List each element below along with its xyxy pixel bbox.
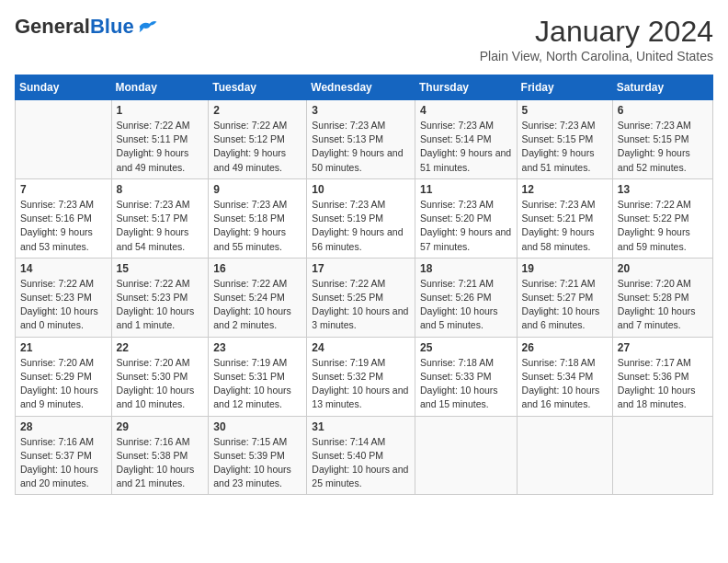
day-info: Sunrise: 7:21 AMSunset: 5:27 PMDaylight:… [522,277,608,333]
calendar-day-cell: 1Sunrise: 7:22 AMSunset: 5:11 PMDaylight… [111,100,209,179]
day-info: Sunrise: 7:19 AMSunset: 5:32 PMDaylight:… [312,356,410,412]
weekday-header-tuesday: Tuesday [209,75,307,100]
day-number: 1 [117,104,204,117]
weekday-header-wednesday: Wednesday [307,75,415,100]
day-number: 27 [618,341,708,354]
day-info: Sunrise: 7:23 AMSunset: 5:15 PMDaylight:… [522,119,608,175]
day-info: Sunrise: 7:23 AMSunset: 5:15 PMDaylight:… [618,119,708,175]
day-number: 3 [312,104,410,117]
calendar-week-row: 14Sunrise: 7:22 AMSunset: 5:23 PMDayligh… [16,258,713,337]
calendar-day-cell: 6Sunrise: 7:23 AMSunset: 5:15 PMDaylight… [612,100,712,179]
weekday-header-friday: Friday [517,75,612,100]
day-info: Sunrise: 7:15 AMSunset: 5:39 PMDaylight:… [213,435,301,491]
calendar-day-cell: 21Sunrise: 7:20 AMSunset: 5:29 PMDayligh… [16,337,112,416]
calendar-day-cell: 4Sunrise: 7:23 AMSunset: 5:14 PMDaylight… [415,100,517,179]
day-info: Sunrise: 7:14 AMSunset: 5:40 PMDaylight:… [312,435,410,491]
calendar-day-cell: 23Sunrise: 7:19 AMSunset: 5:31 PMDayligh… [209,337,307,416]
day-number: 24 [312,341,410,354]
day-info: Sunrise: 7:21 AMSunset: 5:26 PMDaylight:… [420,277,512,333]
day-info: Sunrise: 7:16 AMSunset: 5:37 PMDaylight:… [20,435,107,491]
calendar-day-cell: 20Sunrise: 7:20 AMSunset: 5:28 PMDayligh… [612,258,712,337]
calendar-day-cell: 26Sunrise: 7:18 AMSunset: 5:34 PMDayligh… [517,337,612,416]
day-info: Sunrise: 7:16 AMSunset: 5:38 PMDaylight:… [117,435,204,491]
logo-general: GeneralBlue [15,15,134,39]
day-number: 25 [420,341,512,354]
day-info: Sunrise: 7:20 AMSunset: 5:30 PMDaylight:… [117,356,204,412]
calendar-day-cell [16,100,112,179]
calendar-day-cell: 10Sunrise: 7:23 AMSunset: 5:19 PMDayligh… [307,178,415,258]
day-number: 30 [213,420,301,433]
calendar-day-cell: 8Sunrise: 7:23 AMSunset: 5:17 PMDaylight… [111,178,209,258]
day-info: Sunrise: 7:23 AMSunset: 5:16 PMDaylight:… [20,198,107,254]
day-info: Sunrise: 7:20 AMSunset: 5:29 PMDaylight:… [20,356,107,412]
header: GeneralBlue January 2024 Plain View, Nor… [15,15,713,63]
calendar-day-cell: 30Sunrise: 7:15 AMSunset: 5:39 PMDayligh… [209,416,307,495]
calendar-table: SundayMondayTuesdayWednesdayThursdayFrid… [15,75,713,495]
calendar-day-cell: 5Sunrise: 7:23 AMSunset: 5:15 PMDaylight… [517,100,612,179]
day-number: 5 [522,104,608,117]
day-number: 12 [522,183,608,196]
day-number: 23 [213,341,301,354]
weekday-header-monday: Monday [111,75,209,100]
day-info: Sunrise: 7:23 AMSunset: 5:19 PMDaylight:… [312,198,410,254]
calendar-day-cell: 18Sunrise: 7:21 AMSunset: 5:26 PMDayligh… [415,258,517,337]
calendar-day-cell: 14Sunrise: 7:22 AMSunset: 5:23 PMDayligh… [16,258,112,337]
day-info: Sunrise: 7:22 AMSunset: 5:23 PMDaylight:… [117,277,204,333]
weekday-header-saturday: Saturday [612,75,712,100]
day-info: Sunrise: 7:18 AMSunset: 5:34 PMDaylight:… [522,356,608,412]
day-info: Sunrise: 7:22 AMSunset: 5:11 PMDaylight:… [117,119,204,175]
day-info: Sunrise: 7:22 AMSunset: 5:12 PMDaylight:… [213,119,301,175]
day-info: Sunrise: 7:22 AMSunset: 5:23 PMDaylight:… [20,277,107,333]
day-number: 16 [213,262,301,275]
day-info: Sunrise: 7:23 AMSunset: 5:20 PMDaylight:… [420,198,512,254]
day-number: 2 [213,104,301,117]
day-number: 9 [213,183,301,196]
logo: GeneralBlue [15,15,158,39]
day-info: Sunrise: 7:22 AMSunset: 5:24 PMDaylight:… [213,277,301,333]
calendar-day-cell: 31Sunrise: 7:14 AMSunset: 5:40 PMDayligh… [307,416,415,495]
day-number: 26 [522,341,608,354]
day-info: Sunrise: 7:17 AMSunset: 5:36 PMDaylight:… [618,356,708,412]
day-number: 20 [618,262,708,275]
day-number: 21 [20,341,107,354]
calendar-day-cell: 16Sunrise: 7:22 AMSunset: 5:24 PMDayligh… [209,258,307,337]
day-info: Sunrise: 7:22 AMSunset: 5:22 PMDaylight:… [618,198,708,254]
day-info: Sunrise: 7:18 AMSunset: 5:33 PMDaylight:… [420,356,512,412]
calendar-day-cell: 24Sunrise: 7:19 AMSunset: 5:32 PMDayligh… [307,337,415,416]
calendar-day-cell: 28Sunrise: 7:16 AMSunset: 5:37 PMDayligh… [16,416,112,495]
day-number: 8 [117,183,204,196]
weekday-header-sunday: Sunday [16,75,112,100]
weekday-header-row: SundayMondayTuesdayWednesdayThursdayFrid… [16,75,713,100]
day-info: Sunrise: 7:19 AMSunset: 5:31 PMDaylight:… [213,356,301,412]
day-number: 10 [312,183,410,196]
calendar-week-row: 21Sunrise: 7:20 AMSunset: 5:29 PMDayligh… [16,337,713,416]
calendar-week-row: 1Sunrise: 7:22 AMSunset: 5:11 PMDaylight… [16,100,713,179]
calendar-day-cell: 27Sunrise: 7:17 AMSunset: 5:36 PMDayligh… [612,337,712,416]
logo-bird-icon [138,18,158,35]
calendar-day-cell: 13Sunrise: 7:22 AMSunset: 5:22 PMDayligh… [612,178,712,258]
calendar-day-cell: 19Sunrise: 7:21 AMSunset: 5:27 PMDayligh… [517,258,612,337]
weekday-header-thursday: Thursday [415,75,517,100]
day-number: 22 [117,341,204,354]
day-info: Sunrise: 7:22 AMSunset: 5:25 PMDaylight:… [312,277,410,333]
calendar-week-row: 7Sunrise: 7:23 AMSunset: 5:16 PMDaylight… [16,178,713,258]
day-number: 18 [420,262,512,275]
location-subtitle: Plain View, North Carolina, United State… [480,49,713,63]
day-number: 17 [312,262,410,275]
day-info: Sunrise: 7:20 AMSunset: 5:28 PMDaylight:… [618,277,708,333]
calendar-week-row: 28Sunrise: 7:16 AMSunset: 5:37 PMDayligh… [16,416,713,495]
calendar-day-cell: 9Sunrise: 7:23 AMSunset: 5:18 PMDaylight… [209,178,307,258]
day-number: 11 [420,183,512,196]
calendar-day-cell: 3Sunrise: 7:23 AMSunset: 5:13 PMDaylight… [307,100,415,179]
day-info: Sunrise: 7:23 AMSunset: 5:18 PMDaylight:… [213,198,301,254]
calendar-day-cell: 7Sunrise: 7:23 AMSunset: 5:16 PMDaylight… [16,178,112,258]
calendar-day-cell: 12Sunrise: 7:23 AMSunset: 5:21 PMDayligh… [517,178,612,258]
calendar-day-cell [612,416,712,495]
day-info: Sunrise: 7:23 AMSunset: 5:14 PMDaylight:… [420,119,512,175]
calendar-day-cell: 22Sunrise: 7:20 AMSunset: 5:30 PMDayligh… [111,337,209,416]
day-info: Sunrise: 7:23 AMSunset: 5:21 PMDaylight:… [522,198,608,254]
day-number: 31 [312,420,410,433]
day-number: 4 [420,104,512,117]
day-number: 28 [20,420,107,433]
day-number: 19 [522,262,608,275]
